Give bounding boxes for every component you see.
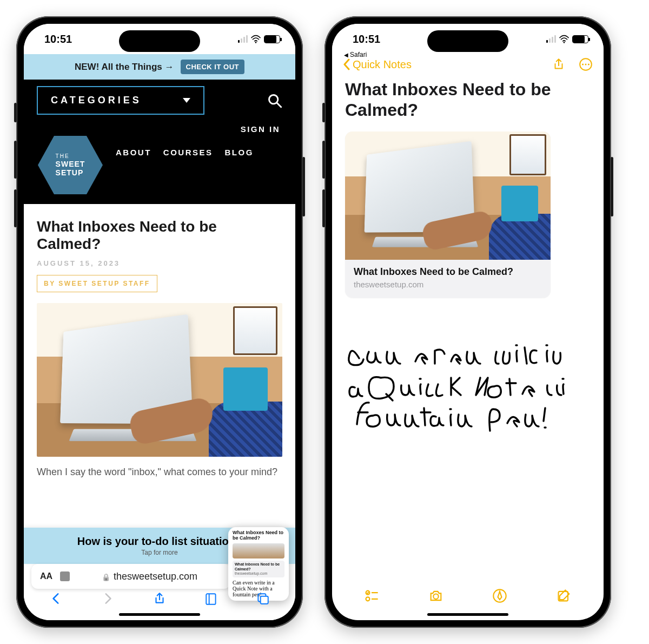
camera-icon[interactable] <box>428 588 443 603</box>
more-icon[interactable] <box>579 57 593 71</box>
status-time: 10:51 <box>353 33 380 45</box>
search-icon[interactable] <box>267 93 282 108</box>
site-navbar: CATEGORIES <box>24 80 295 121</box>
battery-icon <box>572 35 588 43</box>
note-title: What Inboxes Need to be Calmed? <box>345 79 591 121</box>
share-icon[interactable] <box>552 57 566 71</box>
svg-point-5 <box>564 42 565 43</box>
nav-courses[interactable]: COURSES <box>163 148 213 157</box>
site-subnav: THE SWEET SETUP ABOUT COURSES BLOG <box>24 141 295 204</box>
back-label: Quick Notes <box>353 58 412 71</box>
phone-left: 10:51 NEW! All the Things → CHECK IT OUT… <box>16 16 303 628</box>
status-time: 10:51 <box>44 33 72 45</box>
article-hero-image <box>37 303 282 457</box>
forward-icon <box>101 592 115 606</box>
note-body[interactable]: What Inboxes Need to be Calmed? What Inb… <box>332 77 604 620</box>
svg-point-8 <box>585 63 586 65</box>
svg-point-0 <box>255 42 257 43</box>
lock-icon <box>102 571 110 582</box>
return-to-app[interactable]: Safari <box>344 51 367 58</box>
svg-point-14 <box>433 594 438 599</box>
home-indicator[interactable] <box>427 613 508 616</box>
cellular-icon <box>546 35 556 43</box>
article-byline[interactable]: BY SWEET SETUP STAFF <box>37 275 157 292</box>
markup-icon[interactable] <box>492 588 507 603</box>
site-logo[interactable]: THE SWEET SETUP <box>38 133 103 198</box>
article-date: AUGUST 15, 2023 <box>37 259 282 267</box>
share-icon[interactable] <box>153 592 167 606</box>
link-preview-title: What Inboxes Need to be Calmed? <box>354 266 513 277</box>
nav-blog[interactable]: BLOG <box>225 148 254 157</box>
svg-line-2 <box>277 102 281 107</box>
notes-header: Quick Notes <box>332 54 604 77</box>
wifi-icon <box>250 35 261 43</box>
notes-toolbar <box>332 582 604 609</box>
wifi-icon <box>559 35 569 43</box>
svg-point-11 <box>366 597 370 601</box>
dynamic-island <box>119 30 200 52</box>
nav-about[interactable]: ABOUT <box>116 148 151 157</box>
bookmarks-icon[interactable] <box>204 592 218 606</box>
banner-text: NEW! All the Things → <box>75 62 174 73</box>
svg-point-7 <box>582 63 584 65</box>
compose-icon[interactable] <box>557 588 572 603</box>
phone-right: 10:51 Safari Quick Notes What Inboxes Ne… <box>325 16 611 628</box>
cellular-icon <box>238 35 248 43</box>
extensions-icon[interactable] <box>60 571 70 581</box>
checklist-icon[interactable] <box>364 588 379 603</box>
handwritten-text <box>345 330 572 438</box>
promo-banner[interactable]: NEW! All the Things → CHECK IT OUT <box>24 54 295 80</box>
link-preview-image <box>345 132 551 260</box>
chevron-down-icon <box>183 98 190 103</box>
back-button[interactable]: Quick Notes <box>343 58 412 71</box>
svg-point-9 <box>588 63 590 65</box>
chevron-left-icon <box>343 58 350 70</box>
article-title: What Inboxes Need to be Calmed? <box>37 218 282 253</box>
pip-thumbnail <box>233 543 284 558</box>
home-indicator[interactable] <box>119 613 200 616</box>
text-size-icon[interactable]: AA <box>40 571 52 581</box>
banner-cta-button[interactable]: CHECK IT OUT <box>181 60 244 74</box>
svg-rect-4 <box>261 596 268 604</box>
promo-title: How is your to-do list situation? <box>77 535 242 547</box>
address-domain: thesweetsetup.com <box>114 571 197 582</box>
tabs-icon[interactable] <box>256 592 270 606</box>
link-preview-domain: thesweetsetup.com <box>354 280 542 289</box>
back-icon[interactable] <box>49 592 63 606</box>
safari-toolbar <box>24 587 295 610</box>
categories-label: CATEGORIES <box>51 95 142 106</box>
safari-address-bar[interactable]: AA thesweetsetup.com <box>31 564 230 589</box>
article-body-preview: When I say the word "inbox," what comes … <box>37 466 282 478</box>
battery-icon <box>264 35 280 43</box>
categories-dropdown[interactable]: CATEGORIES <box>37 86 204 115</box>
dynamic-island <box>427 30 508 52</box>
link-preview-card[interactable]: What Inboxes Need to be Calmed? thesweet… <box>345 132 551 298</box>
